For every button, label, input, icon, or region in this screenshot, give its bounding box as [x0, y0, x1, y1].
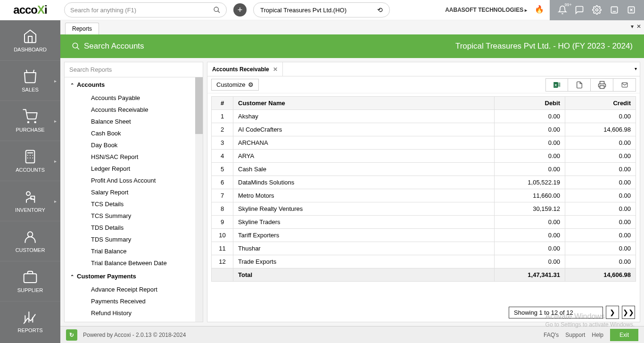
- company-menu[interactable]: AABASOFT TECHNOLOGIES: [445, 7, 527, 13]
- col-index[interactable]: #: [212, 97, 233, 110]
- tree-group[interactable]: ⌃Accounts: [65, 77, 203, 92]
- tab-dropdown-icon[interactable]: ▾: [631, 23, 634, 30]
- nav-inventory[interactable]: INVENTORY▸: [0, 181, 60, 221]
- svg-rect-29: [558, 83, 560, 84]
- fire-icon[interactable]: 🔥: [535, 5, 545, 15]
- nav-purchase[interactable]: PURCHASE▸: [0, 100, 60, 141]
- bell-icon[interactable]: 99+: [558, 5, 567, 15]
- close-icon[interactable]: [627, 5, 636, 15]
- svg-text:X: X: [554, 83, 557, 87]
- footer-link[interactable]: FAQ's: [544, 332, 559, 338]
- nav-reports[interactable]: REPORTS: [0, 301, 60, 341]
- org-name: Tropical Treasures Pvt Ltd.(HO): [260, 7, 347, 14]
- tree-item[interactable]: Accounts Payable: [65, 92, 203, 104]
- tree-item[interactable]: Accounts Receivable: [65, 104, 203, 116]
- pager-next-button[interactable]: ❯: [606, 306, 619, 319]
- table-row[interactable]: 6DataMinds Solutions1,05,522.190.00: [212, 176, 636, 189]
- tree-item[interactable]: Salary Report: [65, 186, 203, 198]
- caret-icon: ⌃: [70, 83, 74, 88]
- tree-item[interactable]: Day Book: [65, 139, 203, 151]
- tree-item[interactable]: Refund History: [65, 307, 203, 319]
- search-accounts-label[interactable]: Search Accounts: [84, 42, 144, 51]
- chart-icon: [23, 310, 38, 325]
- tree-item[interactable]: TDS Details: [65, 222, 203, 234]
- search-icon: [213, 6, 221, 14]
- svg-rect-3: [611, 7, 617, 13]
- footer-link[interactable]: Support: [565, 332, 585, 338]
- col-credit[interactable]: Credit: [565, 97, 636, 110]
- minimize-icon[interactable]: [610, 5, 619, 15]
- nav-customer[interactable]: CUSTOMER: [0, 221, 60, 261]
- table-row[interactable]: 7Metro Motors11,660.000.00: [212, 189, 636, 202]
- svg-point-0: [214, 7, 218, 11]
- tree-item[interactable]: Trial Balance Between Date: [65, 257, 203, 269]
- table-row[interactable]: 4ARYA0.000.00: [212, 150, 636, 163]
- home-icon: [23, 29, 38, 44]
- table-row[interactable]: 10Tariff Exporters0.000.00: [212, 229, 636, 242]
- pager-info: Showing 1 to 12 of 12: [509, 307, 603, 318]
- nav-dashboard[interactable]: DASHBOARD: [0, 20, 60, 60]
- search-placeholder: Search for anything (F1): [70, 7, 136, 14]
- svg-line-26: [77, 47, 79, 50]
- tree-item[interactable]: Advance Receipt Report: [65, 284, 203, 295]
- tree-item[interactable]: Balance Sheet: [65, 116, 203, 127]
- col-debit[interactable]: Debit: [495, 97, 565, 110]
- tree-item[interactable]: TCS Details: [65, 198, 203, 210]
- svg-point-9: [34, 122, 36, 123]
- tree-item[interactable]: Trial Balance: [65, 245, 203, 257]
- tab-close-icon[interactable]: ✕: [636, 23, 641, 30]
- col-customer-name[interactable]: Customer Name: [233, 97, 495, 110]
- footer-link[interactable]: Help: [592, 332, 603, 338]
- table-row[interactable]: 5Cash Sale0.000.00: [212, 163, 636, 176]
- print-button[interactable]: [591, 78, 613, 92]
- bag-icon: [23, 69, 38, 84]
- tree-item[interactable]: TCS Summary: [65, 210, 203, 222]
- refresh-icon[interactable]: ⟲: [377, 6, 383, 14]
- chat-icon[interactable]: [575, 5, 584, 15]
- app-logo: accoXi: [0, 0, 60, 20]
- customize-button[interactable]: Customize ⚙: [211, 79, 259, 91]
- svg-point-2: [595, 9, 598, 11]
- table-row[interactable]: 1Akshay0.000.00: [212, 110, 636, 123]
- pager-last-button[interactable]: ❯❯: [622, 306, 635, 319]
- cart-icon: [23, 109, 38, 124]
- scrollbar-thumb[interactable]: [195, 77, 203, 134]
- org-selector[interactable]: Tropical Treasures Pvt Ltd.(HO) ⟲: [253, 2, 390, 17]
- tab-reports[interactable]: Reports: [65, 23, 99, 34]
- export-excel-button[interactable]: X: [545, 78, 568, 92]
- svg-rect-21: [24, 274, 37, 283]
- tree-group[interactable]: ⌃Customer Payments: [65, 269, 203, 284]
- add-button[interactable]: +: [233, 3, 247, 17]
- receivable-table: # Customer Name Debit Credit 1Akshay0.00…: [211, 96, 636, 282]
- gear-icon[interactable]: [592, 5, 602, 15]
- nav-accounts[interactable]: ACCOUNTS▸: [0, 141, 60, 181]
- export-pdf-button[interactable]: [568, 78, 591, 92]
- footer-logo: ↻: [66, 329, 77, 341]
- tree-item[interactable]: TDS Summary: [65, 234, 203, 245]
- tree-item[interactable]: Ledger Report: [65, 163, 203, 175]
- svg-point-18: [26, 192, 30, 195]
- tree-item[interactable]: Cash Book: [65, 127, 203, 139]
- tab-accounts-receivable[interactable]: Accounts Receivable ✕: [207, 62, 283, 76]
- close-tab-icon[interactable]: ✕: [273, 66, 278, 73]
- tree-item[interactable]: HSN/SAC Report: [65, 151, 203, 163]
- boxes-icon: [23, 189, 38, 204]
- search-reports-input[interactable]: Search Reports: [65, 62, 203, 77]
- table-row[interactable]: 2AI CodeCrafters0.0014,606.98: [212, 123, 636, 136]
- tree-item[interactable]: Payments Received: [65, 295, 203, 307]
- table-row[interactable]: 11Thushar0.000.00: [212, 242, 636, 255]
- nav-sales[interactable]: SALES▸: [0, 60, 60, 100]
- table-row[interactable]: 3ARCHANA0.000.00: [212, 136, 636, 150]
- exit-button[interactable]: Exit: [610, 329, 638, 341]
- table-row[interactable]: 12Trade Exports0.000.00: [212, 255, 636, 268]
- email-button[interactable]: [613, 78, 636, 92]
- table-row[interactable]: 8Skyline Realty Ventures30,159.120.00: [212, 202, 636, 216]
- tab-menu-icon[interactable]: ▾: [635, 66, 637, 71]
- global-search-input[interactable]: Search for anything (F1): [64, 2, 227, 17]
- table-row[interactable]: 9Skyline Traders0.000.00: [212, 216, 636, 229]
- svg-rect-31: [558, 85, 560, 86]
- tree-item[interactable]: Profit And Loss Account: [65, 175, 203, 186]
- nav-supplier[interactable]: SUPPLIER: [0, 261, 60, 301]
- tree-item[interactable]: Time to Get Paid: [65, 319, 203, 322]
- brief-icon: [23, 269, 38, 284]
